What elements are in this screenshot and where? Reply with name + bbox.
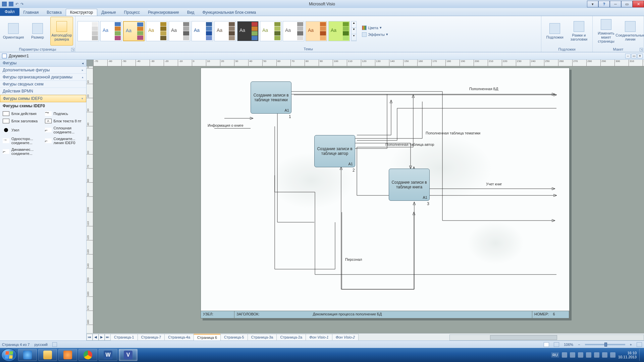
fit-page-button[interactable] [637,342,642,347]
theme-item-selected[interactable]: Aa [123,21,145,41]
theme-item[interactable]: Aa [214,21,236,41]
theme-item[interactable]: Aa [328,21,350,41]
page-tab-background[interactable]: Фон Visio-1 [306,334,332,340]
drawing-canvas[interactable]: Создание записи в таблице тематики A1 1 … [93,66,644,333]
shapes-panel-header[interactable]: Фигуры◂ [0,60,86,67]
zoom-out-button[interactable]: − [578,343,580,347]
page-setup-launcher[interactable]: ↘ [71,48,74,51]
minimize-button[interactable]: ─ [610,1,621,7]
orientation-button[interactable]: Ориентация [2,17,25,46]
view-mode-icon[interactable] [554,342,559,347]
theme-effects-button[interactable]: Эффекты ▾ [361,32,389,38]
shapes-category[interactable]: Фигуры сводных схем [0,81,86,88]
help-button[interactable]: ? [598,1,610,7]
page-tab[interactable]: Страница-7 [138,334,165,340]
tab-data[interactable]: Данные [97,9,120,16]
zoom-level[interactable]: 106% [564,343,573,347]
shape-stencil[interactable]: Блок заголовка [2,118,42,124]
page-tab-background[interactable]: Фон Visio-2 [332,334,359,340]
macro-record-icon[interactable] [52,342,57,347]
shape-stencil[interactable]: AБлок текста 8 пт [44,118,85,124]
zoom-slider-knob[interactable] [604,343,607,347]
doc-restore[interactable]: ▭ [631,54,637,58]
file-tab[interactable]: Файл [0,8,19,16]
idef0-activity-box-2[interactable]: Создание записи в таблице автор A1 [314,135,355,167]
layout-launcher[interactable]: ↘ [640,48,643,51]
shape-stencil[interactable]: Узел [2,125,42,135]
input-language[interactable]: RU [551,352,559,358]
taskbar-app-explorer[interactable] [38,349,57,361]
theme-item[interactable]: Aa [169,21,190,41]
tray-icon[interactable] [578,352,583,358]
page-tab[interactable]: Страница-4a [164,334,194,340]
connectors-button[interactable]: Соединительные линии [619,17,642,46]
shape-stencil[interactable]: Динамичес... соедините... [2,146,42,157]
theme-gallery[interactable]: Aa Aa Aa Aa Aa Aa Aa Aa Aa Aa Aa ▲▼▾ [77,21,357,41]
tab-process[interactable]: Процесс [120,9,144,16]
relayout-button[interactable]: Изменить макет страницы [595,17,618,46]
theme-item[interactable]: Aa [146,21,167,41]
page-tab[interactable]: Страница-5 [220,334,248,340]
theme-item[interactable]: Aa [100,21,122,41]
ribbon-minimize-button[interactable]: ▾ [587,1,598,7]
page-tab-active[interactable]: Страница 6 [194,334,221,341]
shape-stencil[interactable]: Соедините... линия IDEF0 [44,136,85,146]
size-button[interactable]: Размер [26,17,49,46]
qat-redo-icon[interactable]: ↷ [20,2,23,6]
qat-save-icon[interactable] [9,2,13,6]
tray-icon[interactable] [586,352,591,358]
theme-item[interactable]: Aa [283,21,304,41]
maximize-button[interactable]: ▭ [621,1,633,7]
shape-stencil[interactable]: Блок действия [2,110,42,117]
page-tab[interactable]: Страница-1 [110,334,138,340]
tab-flowchart[interactable]: Функциональная блок-схема [198,9,260,16]
theme-colors-button[interactable]: Цвета ▾ [361,25,389,31]
theme-item[interactable]: Aa [192,21,213,41]
tab-design[interactable]: Конструктор [66,9,97,16]
drawing-page[interactable]: Создание записи в таблице тематики A1 1 … [201,68,570,318]
doc-close[interactable]: ✕ [637,54,643,58]
shape-stencil[interactable]: Сплошная соедините... [44,125,85,135]
theme-item[interactable] [77,21,99,41]
shapes-category-active[interactable]: Фигуры схемы IDEF0▾ [0,95,86,102]
taskbar-app-chrome[interactable] [78,349,97,361]
tray-icon[interactable] [562,352,567,358]
page-tab[interactable]: Страница-2a [276,334,306,340]
close-button[interactable]: ✕ [633,1,644,7]
tab-insert[interactable]: Вставка [43,9,66,16]
theme-scroll[interactable]: ▲▼▾ [351,21,357,41]
qat-undo-icon[interactable]: ↶ [15,2,18,6]
taskbar-app-word[interactable]: W [99,349,117,361]
zoom-slider[interactable] [585,344,625,345]
doc-minimize[interactable]: ─ [625,54,631,58]
horizontal-scrollbar[interactable] [449,335,644,341]
theme-item[interactable]: Aa [306,21,327,41]
tray-network-icon[interactable] [602,352,607,358]
tab-review[interactable]: Рецензирование [144,9,183,16]
shapes-category[interactable]: Дополнительные фигуры▸ [0,67,86,74]
idef0-activity-box-3[interactable]: Создание записи в таблице книга A1 [389,169,430,201]
view-mode-icon[interactable] [544,342,549,347]
tray-icon[interactable] [594,352,599,358]
taskbar-app-visio[interactable]: V [119,349,138,361]
shapes-category[interactable]: Фигуры организационной диаграммы▴ [0,74,86,81]
tray-volume-icon[interactable] [610,352,615,358]
theme-item[interactable]: Aa [237,21,259,41]
taskbar-app-ie[interactable] [18,349,37,361]
shape-stencil[interactable]: Односторо... соедините... [2,136,42,146]
scrollbar-thumb[interactable] [490,335,557,340]
shapes-category[interactable]: Действия BPMN [0,88,86,95]
page-tabs-nav[interactable]: ⏮◀▶⏭ [87,334,111,341]
zoom-in-button[interactable]: + [630,343,632,347]
idef0-activity-box-1[interactable]: Создание записи в таблице тематики A1 [251,81,291,114]
start-button[interactable] [1,349,17,361]
page-tab[interactable]: Страница-3a [248,334,277,340]
taskbar-app-wmp[interactable] [58,349,77,361]
tab-home[interactable]: Главная [19,9,43,16]
tray-icon[interactable] [570,352,575,358]
borders-titles-button[interactable]: Рамки и заголовки [568,17,590,46]
autosize-button[interactable]: Автоподбор размера [50,17,73,46]
backgrounds-button[interactable]: Подложки [543,17,566,46]
shape-stencil[interactable]: Подпись [44,110,85,117]
taskbar-clock[interactable]: 16:10 10.11.2013 [618,351,637,359]
